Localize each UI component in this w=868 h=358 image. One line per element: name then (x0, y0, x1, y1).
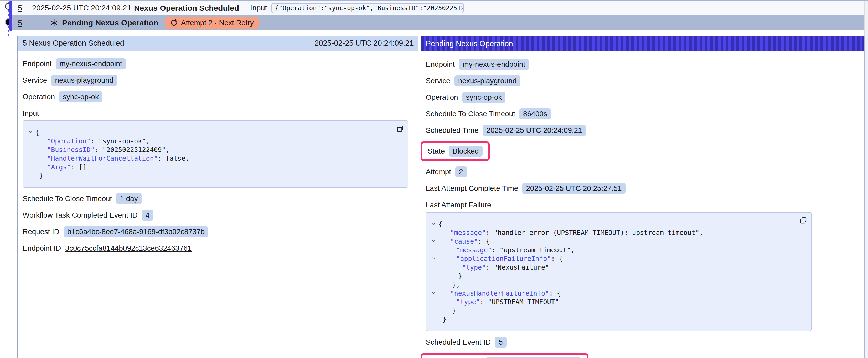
code-line: "message": "handler error (UPSTREAM_TIME… (429, 228, 795, 237)
field-value-badge-attempt: 2 (455, 166, 467, 177)
field-label-operation: Operation (23, 93, 55, 101)
code-line: "type": "UPSTREAM_TIMEOUT" (429, 298, 795, 306)
event-id-link[interactable]: 5 (18, 4, 27, 12)
field-row-state: StateBlocked (426, 141, 859, 161)
panel-timestamp: 2025-02-25 UTC 20:24:09.21 (314, 39, 413, 47)
field-row-operation: Operationsync-op-ok (23, 91, 414, 102)
event-time: 2025-02-25 UTC 20:24:09.21 (32, 4, 134, 12)
code-gutter (429, 280, 438, 289)
field-row-last-attempt-failure: Last Attempt Failure (426, 199, 859, 210)
code-line: "applicationFailureInfo": { (429, 254, 795, 263)
field-row-scheduled-time: Scheduled Time2025-02-25 UTC 20:24:09.21 (426, 125, 859, 136)
code-text: "message": "handler error (UPSTREAM_TIME… (438, 228, 703, 237)
collapse-chevron-icon[interactable] (429, 254, 438, 263)
code-gutter (26, 163, 35, 171)
retry-icon (170, 19, 178, 27)
code-gutter (429, 246, 438, 254)
field-value-badge-scheduled-time: 2025-02-25 UTC 20:24:09.21 (483, 125, 586, 136)
code-gutter (26, 145, 35, 154)
code-line: } (429, 315, 795, 324)
page-scrollbar[interactable] (864, 1, 868, 358)
scheduled-panel-header: 5 Nexus Operation Scheduled 2025-02-25 U… (18, 36, 418, 51)
code-text: "type": "UPSTREAM_TIMEOUT" (438, 298, 559, 306)
code-line: { (26, 128, 392, 137)
event-row-pending[interactable]: 5 Pending Nexus Operation Attempt 2 · Ne… (12, 15, 865, 30)
code-line: "cause": { (429, 237, 795, 246)
code-line: }, (429, 280, 795, 289)
field-row-blocked-reason: Blocked ReasonThe circuit breaker is ope… (426, 353, 859, 358)
collapse-chevron-icon[interactable] (429, 237, 438, 246)
field-label-input: Input (23, 109, 39, 118)
panel-nexus-operation-scheduled: 5 Nexus Operation Scheduled 2025-02-25 U… (17, 36, 418, 358)
copy-icon[interactable] (396, 125, 404, 133)
field-label-scheduled-time: Scheduled Time (426, 126, 479, 135)
collapse-chevron-icon[interactable] (429, 289, 438, 298)
code-text: "BusinessID": "20250225122409", (35, 145, 170, 154)
code-text: "applicationFailureInfo": { (438, 254, 563, 263)
code-text: "HandlerWaitForCancellation": false, (35, 154, 189, 163)
collapse-chevron-icon[interactable] (429, 220, 438, 228)
code-gutter (429, 315, 438, 324)
scheduled-panel-body: Endpointmy-nexus-endpointServicenexus-pl… (18, 51, 418, 261)
field-value-badge-request-id: b1c6a4bc-8ee7-468a-9169-df3b02c8737b (64, 226, 208, 237)
code-text: "Operation": "sync-op-ok", (35, 137, 150, 145)
field-value-badge-schedule-to-close-timeout: 1 day (116, 193, 142, 204)
field-value-badge-state: Blocked (449, 146, 483, 157)
field-value-badge-endpoint: my-nexus-endpoint (56, 58, 126, 69)
field-row-input: Input (23, 108, 414, 119)
code-line: "nexusHandlerFailureInfo": { (429, 289, 795, 298)
attempt-badge-label: Attempt 2 · Next Retry (181, 19, 254, 27)
code-gutter (429, 263, 438, 272)
field-row-schedule-to-close-timeout: Schedule To Close Timeout1 day (23, 193, 414, 204)
field-row-service: Servicenexus-playground (23, 75, 414, 86)
field-row-last-attempt-complete-time: Last Attempt Complete Time2025-02-25 UTC… (426, 183, 859, 194)
pending-asterisk-icon (50, 19, 58, 27)
field-label-workflow-task-completed-event-id: Workflow Task Completed Event ID (23, 211, 138, 220)
code-text: "type": "NexusFailure" (438, 263, 549, 272)
code-text: } (438, 315, 446, 324)
field-label-request-id: Request ID (23, 228, 59, 236)
field-value-badge-schedule-to-close-timeout: 86400s (519, 108, 551, 120)
code-line: "type": "NexusFailure" (429, 263, 795, 272)
code-line: "message": "upstream timeout", (429, 246, 795, 254)
code-gutter (429, 306, 438, 315)
field-value-badge-workflow-task-completed-event-id: 4 (142, 210, 153, 221)
field-label-endpoint-id: Endpoint ID (23, 244, 61, 253)
code-text: "Args": [] (35, 163, 87, 171)
copy-icon[interactable] (800, 216, 807, 224)
event-id-link[interactable]: 5 (18, 19, 27, 27)
field-label-schedule-to-close-timeout: Schedule To Close Timeout (426, 110, 515, 118)
event-row-scheduled[interactable]: 5 2025-02-25 UTC 20:24:09.21 Nexus Opera… (12, 1, 865, 15)
collapse-chevron-icon[interactable] (26, 128, 35, 137)
field-label-operation: Operation (426, 93, 458, 102)
field-value-badge-service: nexus-playground (455, 75, 521, 86)
panel-pending-nexus-operation: Pending Nexus Operation Endpointmy-nexus… (421, 36, 865, 358)
field-row-request-id: Request IDb1c6a4bc-8ee7-468a-9169-df3b02… (23, 226, 414, 237)
field-label-last-attempt-failure: Last Attempt Failure (426, 201, 491, 209)
field-row-operation: Operationsync-op-ok (426, 92, 859, 103)
pending-panel-body: Endpointmy-nexus-endpointServicenexus-pl… (421, 51, 864, 358)
annotation-highlight-state: StateBlocked (421, 141, 490, 161)
code-text: } (438, 306, 456, 315)
code-text: "nexusHandlerFailureInfo": { (438, 289, 561, 298)
field-label-attempt: Attempt (426, 168, 451, 176)
field-row-attempt: Attempt2 (426, 166, 859, 177)
event-title: Pending Nexus Operation (62, 19, 158, 27)
field-value-badge-last-attempt-complete-time: 2025-02-25 UTC 20:25:27.51 (522, 183, 625, 194)
code-line: "HandlerWaitForCancellation": false, (26, 154, 392, 163)
code-text: "message": "upstream timeout", (438, 246, 575, 254)
field-value-link-endpoint-id[interactable]: 3c0c75ccfa8144b092c13ce632463761 (65, 244, 191, 253)
code-text: "cause": { (438, 237, 490, 246)
code-gutter (429, 272, 438, 280)
code-line: "BusinessID": "20250225122409", (26, 145, 392, 154)
field-row-schedule-to-close-timeout: Schedule To Close Timeout86400s (426, 108, 859, 120)
event-title: Nexus Operation Scheduled (134, 4, 239, 12)
field-row-workflow-task-completed-event-id: Workflow Task Completed Event ID4 (23, 210, 414, 221)
event-input-preview[interactable]: {"Operation":"sync-op-ok","BusinessID":"… (271, 3, 464, 13)
event-detail-panels: 5 Nexus Operation Scheduled 2025-02-25 U… (17, 36, 865, 358)
field-label-state: State (428, 147, 445, 155)
code-gutter (429, 298, 438, 306)
field-label-service: Service (23, 76, 47, 85)
field-value-badge-scheduled-event-id: 5 (495, 337, 506, 348)
field-label-schedule-to-close-timeout: Schedule To Close Timeout (23, 194, 112, 203)
